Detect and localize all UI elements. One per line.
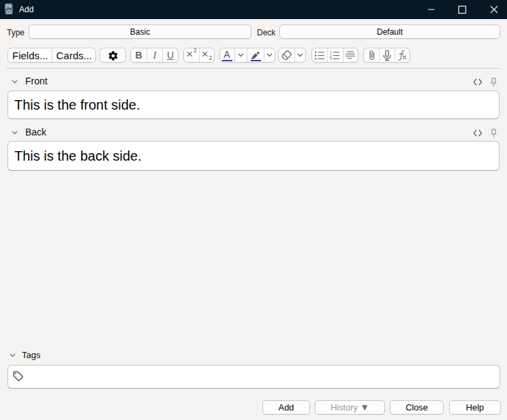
svg-text:3: 3 xyxy=(330,56,332,60)
